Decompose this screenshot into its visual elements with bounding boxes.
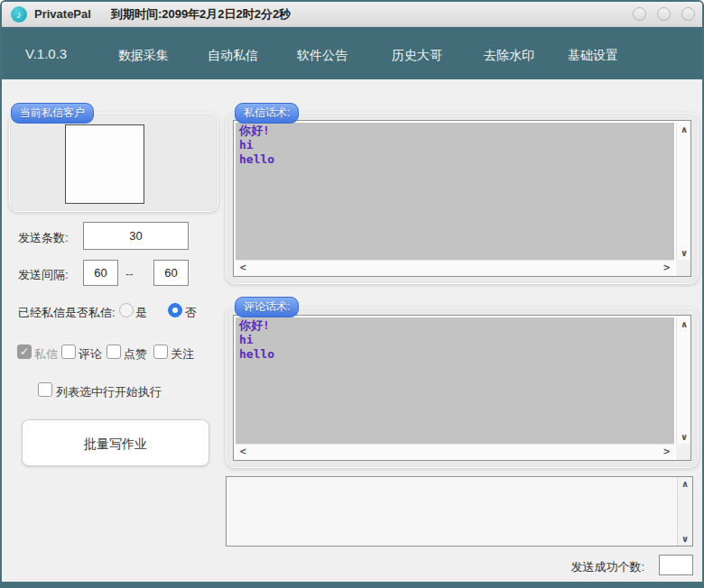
scroll-up-icon[interactable]: ∧ [681, 124, 688, 134]
comment-script-line: 你好! [239, 318, 671, 333]
window-controls [633, 7, 695, 21]
scroll-down-icon[interactable]: ∨ [681, 432, 688, 442]
minimize-button[interactable] [633, 7, 646, 21]
scroll-right-icon[interactable]: > [663, 446, 671, 456]
interval-min-input[interactable] [83, 260, 118, 286]
app-logo-icon: ♪ [11, 6, 27, 23]
tab-remove-watermark[interactable]: 去除水印 [468, 45, 551, 67]
dm-script-badge: 私信话术: [235, 103, 299, 124]
checkbox-start-from-selected-row[interactable] [38, 382, 52, 397]
dm-vertical-scrollbar[interactable]: ∧ ∨ [676, 123, 690, 260]
resend-question-label: 已经私信是否私信: [18, 305, 116, 321]
checkbox-comment-label[interactable]: 评论 [79, 346, 102, 363]
tab-data-collection[interactable]: 数据采集 [102, 45, 185, 67]
scroll-down-icon[interactable]: ∨ [681, 534, 689, 544]
dm-script-textarea[interactable]: 你好! hi hello ∧ ∨ < > [233, 120, 691, 277]
send-count-label: 发送条数: [18, 230, 69, 246]
interval-max-input[interactable] [153, 260, 189, 286]
tab-basic-settings[interactable]: 基础设置 [551, 45, 635, 67]
main-area: 当前私信客户 发送条数: 发送间隔: -- 已经私信是否私信: 是 否 ✓ 私信… [2, 79, 702, 582]
radio-no[interactable] [168, 303, 182, 317]
maximize-button[interactable] [657, 7, 671, 21]
dm-script-line: hello [239, 152, 671, 167]
log-list-box[interactable]: ∧ ∨ [226, 476, 693, 547]
version-label: V.1.0.3 [25, 46, 67, 61]
success-count-label: 发送成功个数: [543, 559, 644, 575]
client-avatar-placeholder [65, 124, 144, 204]
checkbox-dm-label[interactable]: 私信 [34, 346, 58, 363]
scroll-up-icon[interactable]: ∧ [681, 479, 689, 489]
log-vertical-scrollbar[interactable]: ∧ ∨ [677, 477, 692, 546]
radio-yes-label[interactable]: 是 [135, 305, 147, 321]
dm-script-line: 你好! [239, 124, 671, 138]
comment-horizontal-scrollbar[interactable]: < > [236, 444, 674, 460]
tab-auto-dm[interactable]: 自动私信 [191, 45, 274, 67]
scroll-down-icon[interactable]: ∨ [681, 248, 688, 258]
checkbox-follow[interactable] [153, 345, 168, 359]
nav-bar: V.1.0.3 数据采集 自动私信 软件公告 历史大哥 去除水印 基础设置 [2, 27, 702, 79]
close-button[interactable] [681, 7, 695, 21]
checkbox-like[interactable] [107, 345, 121, 359]
expiry-time-label: 到期时间:2099年2月2日2时2分2秒 [111, 6, 291, 23]
checkbox-follow-label[interactable]: 关注 [171, 346, 194, 363]
checkbox-dm[interactable]: ✓ [17, 345, 32, 359]
comment-script-text[interactable]: 你好! hi hello [236, 317, 674, 444]
checkbox-like-label[interactable]: 点赞 [124, 346, 147, 363]
tab-history[interactable]: 历史大哥 [375, 45, 459, 67]
checkbox-comment[interactable] [61, 345, 76, 359]
dm-script-text[interactable]: 你好! hi hello [236, 123, 674, 260]
comment-script-badge: 评论话术: [235, 297, 299, 317]
current-client-badge: 当前私信客户 [11, 103, 94, 124]
radio-yes[interactable] [119, 303, 134, 317]
dm-horizontal-scrollbar[interactable]: < > [236, 260, 674, 276]
title-bar: ♪ PrivatePal 到期时间:2099年2月2日2时2分2秒 [2, 2, 702, 27]
batch-write-button[interactable]: 批量写作业 [22, 419, 209, 466]
scrollbar-corner [676, 444, 690, 460]
comment-script-textarea[interactable]: 你好! hi hello ∧ ∨ < > [233, 315, 691, 461]
app-window: ♪ PrivatePal 到期时间:2099年2月2日2时2分2秒 V.1.0.… [0, 0, 704, 588]
scroll-left-icon[interactable]: < [239, 446, 246, 456]
comment-vertical-scrollbar[interactable]: ∧ ∨ [676, 317, 690, 444]
comment-script-line: hi [239, 333, 671, 347]
send-interval-label: 发送间隔: [18, 267, 69, 283]
tab-announcement[interactable]: 软件公告 [281, 45, 364, 67]
app-title: PrivatePal [34, 7, 91, 21]
scroll-right-icon[interactable]: > [663, 262, 671, 272]
send-count-input[interactable] [83, 222, 189, 250]
comment-script-line: hello [239, 347, 671, 362]
radio-no-label[interactable]: 否 [185, 305, 197, 321]
interval-separator: -- [125, 267, 134, 280]
scrollbar-corner [676, 260, 690, 276]
success-count-input[interactable] [659, 555, 693, 575]
dm-script-line: hi [239, 138, 671, 152]
scroll-up-icon[interactable]: ∧ [681, 319, 688, 329]
checkbox-start-from-selected-row-label[interactable]: 列表选中行开始执行 [56, 384, 162, 400]
scroll-left-icon[interactable]: < [239, 262, 246, 272]
